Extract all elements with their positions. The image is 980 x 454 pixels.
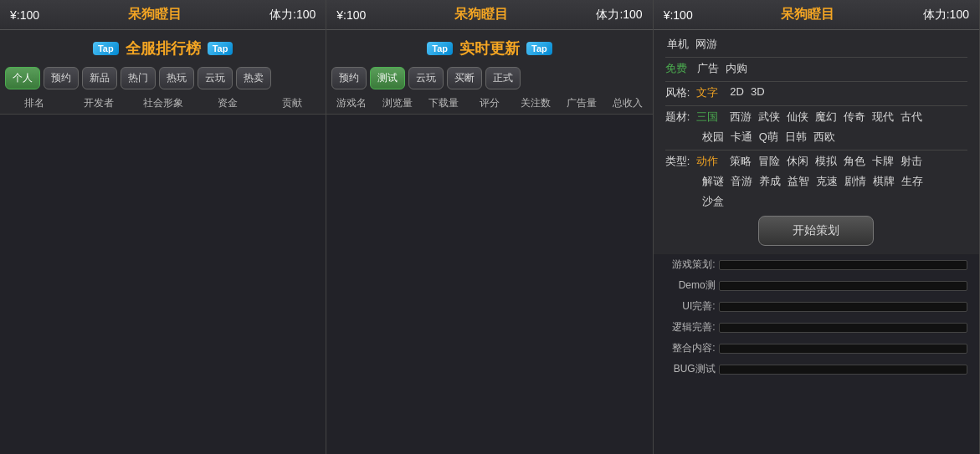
panel1-tap-left[interactable]: Tap: [93, 42, 119, 55]
filter-survival[interactable]: 生存: [900, 174, 925, 189]
filter-online[interactable]: 网游: [694, 37, 719, 52]
panel-ranking: ¥:100 呆狗瞪目 体力:100 Tap 全服排行榜 Tap 个人 预约 新品…: [0, 0, 326, 454]
panel1-banner-title: 全服排行榜: [126, 38, 201, 59]
filter-xianxia[interactable]: 仙侠: [785, 110, 810, 125]
filter-singleplayer[interactable]: 单机: [665, 37, 690, 52]
filter-xiou[interactable]: 西欧: [812, 130, 837, 145]
platform-options: 单机 网游: [665, 37, 967, 52]
filter-sandbox[interactable]: 沙盒: [700, 194, 726, 209]
filter-casual[interactable]: 休闲: [785, 154, 810, 169]
filter-iq[interactable]: 益智: [786, 174, 811, 189]
filter-xiyou[interactable]: 西游: [728, 110, 753, 125]
label-theme: 题材:: [665, 110, 690, 125]
panel3-title: 呆狗瞪目: [781, 6, 834, 23]
filter-story[interactable]: 剧情: [843, 174, 868, 189]
progress-label-bugtest: BUG测试: [665, 362, 716, 376]
filter-text-style[interactable]: 文字: [695, 85, 720, 100]
filter-platform: 单机 网游: [665, 37, 967, 52]
progress-label-integration: 整合内容:: [665, 341, 716, 355]
label-free[interactable]: 免费: [665, 61, 690, 76]
panel1-title: 呆狗瞪目: [128, 6, 182, 23]
panel2-money: ¥:100: [336, 8, 366, 22]
filter-role[interactable]: 角色: [842, 154, 867, 169]
filter-music[interactable]: 音游: [729, 174, 754, 189]
label-type: 类型:: [665, 154, 690, 169]
tab-p2-reservation[interactable]: 预约: [331, 67, 367, 89]
filter-katong[interactable]: 卡通: [729, 130, 754, 145]
col2-rating: 评分: [469, 96, 509, 110]
col2-gamename: 游戏名: [331, 96, 371, 110]
col2-ads: 广告量: [562, 96, 602, 110]
filter-type-row2: 解谜 音游 养成 益智 克速 剧情 棋牌 生存: [665, 174, 967, 189]
style-options: 2D 3D: [728, 85, 967, 98]
tab-cloud[interactable]: 云玩: [198, 67, 233, 89]
panel1-banner: Tap 全服排行榜 Tap: [0, 30, 326, 64]
col2-downloads: 下载量: [423, 96, 463, 110]
tab-p2-official[interactable]: 正式: [485, 67, 521, 89]
filter-qmeng[interactable]: Q萌: [757, 130, 780, 145]
filter-raising[interactable]: 养成: [757, 174, 782, 189]
start-btn-wrap: 开始策划: [665, 216, 967, 246]
panel3-header: ¥:100 呆狗瞪目 体力:100: [654, 0, 979, 30]
filter-iap[interactable]: 内购: [724, 61, 749, 76]
price-options: 广告 内购: [695, 61, 967, 76]
progress-bar-planning: [719, 260, 967, 270]
divider2: [665, 81, 967, 82]
filter-shoot[interactable]: 射击: [899, 154, 924, 169]
filter-xiandai[interactable]: 现代: [870, 110, 895, 125]
progress-section: 游戏策划: Demo测 UI完善: 逻辑完善: 整合内容: BUG测试: [654, 254, 979, 454]
tab-hot[interactable]: 热门: [121, 67, 156, 89]
filter-2d[interactable]: 2D: [728, 85, 746, 98]
filter-wuxia[interactable]: 武侠: [757, 110, 782, 125]
label-style: 风格:: [665, 85, 690, 100]
tab-p2-cloud[interactable]: 云玩: [408, 67, 444, 89]
progress-label-logic: 逻辑完善:: [665, 320, 716, 334]
col-fund: 资金: [198, 96, 256, 110]
filter-chuanqi[interactable]: 传奇: [842, 110, 867, 125]
panel2-header: ¥:100 呆狗瞪目 体力:100: [326, 0, 652, 30]
progress-row-planning: 游戏策划:: [665, 258, 967, 272]
tab-p2-test[interactable]: 测试: [370, 67, 405, 89]
filter-gudai[interactable]: 古代: [899, 110, 924, 125]
progress-bar-integration: [719, 344, 967, 354]
panel3-body: 单机 网游 免费 广告 内购 风格: 文字 2D 3D: [654, 30, 979, 454]
filter-ads[interactable]: 广告: [695, 61, 721, 76]
panel1-col-headers: 排名 开发者 社会形象 资金 贡献: [0, 93, 326, 115]
tab-new[interactable]: 新品: [82, 67, 117, 89]
start-planning-button[interactable]: 开始策划: [758, 216, 874, 246]
theme-options-row1: 西游 武侠 仙侠 魔幻 传奇 现代 古代: [728, 110, 967, 125]
filter-sim[interactable]: 模拟: [813, 154, 839, 169]
panel2-banner: Tap 实时更新 Tap: [326, 30, 652, 64]
col2-views: 浏览量: [377, 96, 417, 110]
tab-hotsell[interactable]: 热卖: [236, 67, 271, 89]
tab-reservation[interactable]: 预约: [44, 67, 79, 89]
type-options-row1: 策略 冒险 休闲 模拟 角色 卡牌 射击: [728, 154, 967, 169]
filter-sanguo[interactable]: 三国: [695, 110, 720, 125]
tab-hotplay[interactable]: 热玩: [159, 67, 194, 89]
filter-3d[interactable]: 3D: [749, 85, 767, 98]
tab-p2-buy[interactable]: 买断: [447, 67, 482, 89]
divider4: [665, 150, 967, 150]
panel2-tap-left[interactable]: Tap: [427, 42, 453, 55]
filter-rihan[interactable]: 日韩: [783, 130, 808, 145]
panel2-tap-right[interactable]: Tap: [526, 42, 552, 55]
filter-mofan[interactable]: 魔幻: [813, 110, 839, 125]
tab-personal[interactable]: 个人: [5, 67, 40, 89]
panel2-col-headers: 游戏名 浏览量 下载量 评分 关注数 广告量 总收入: [326, 93, 652, 115]
progress-bar-bugtest: [719, 365, 967, 375]
panel3-power: 体力:100: [923, 8, 969, 23]
filter-chess[interactable]: 棋牌: [871, 174, 896, 189]
progress-row-bugtest: BUG测试: [665, 362, 967, 376]
filter-action[interactable]: 动作: [695, 154, 720, 169]
progress-bar-ui: [719, 302, 967, 312]
filter-xiaoyuan[interactable]: 校园: [700, 130, 726, 145]
filter-theme-row2: 校园 卡通 Q萌 日韩 西欧: [665, 130, 967, 145]
filter-strategy[interactable]: 策略: [728, 154, 753, 169]
filter-puzzle[interactable]: 解谜: [700, 174, 726, 189]
panel1-tap-right[interactable]: Tap: [208, 42, 233, 55]
filter-adventure[interactable]: 冒险: [757, 154, 782, 169]
filter-card[interactable]: 卡牌: [870, 154, 895, 169]
filter-type-row1: 类型: 动作 策略 冒险 休闲 模拟 角色 卡牌 射击: [665, 154, 967, 169]
type-options-row3: 沙盒: [700, 194, 967, 209]
filter-ksu[interactable]: 克速: [814, 174, 839, 189]
